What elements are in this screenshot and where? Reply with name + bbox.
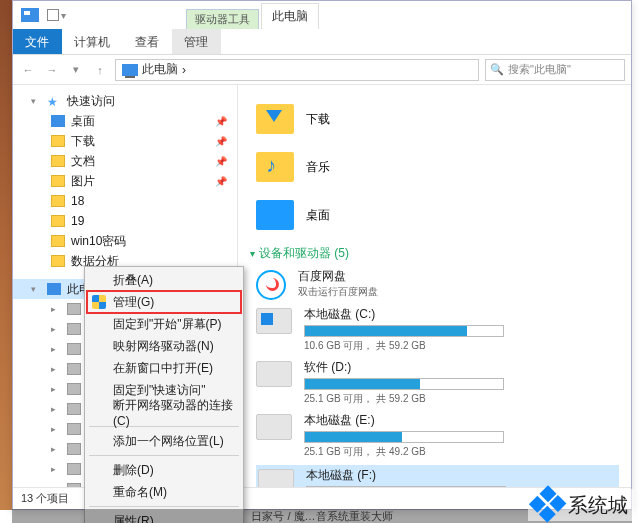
folder-icon: [67, 403, 81, 415]
breadcrumb[interactable]: 此电脑 ›: [115, 59, 479, 81]
watermark-text: 系统城: [568, 492, 628, 519]
nav-item[interactable]: 桌面📌: [13, 111, 237, 131]
pc-icon: [47, 283, 61, 295]
folder-icon: [51, 195, 65, 207]
folder-label: 下载: [306, 111, 330, 128]
menu-item[interactable]: 折叠(A): [87, 269, 241, 291]
breadcrumb-sep: ›: [182, 63, 186, 77]
nav-quick-access[interactable]: ▾ ★ 快速访问: [13, 91, 237, 111]
menu-label: 管理(G): [113, 294, 154, 311]
status-count: 13 个项目: [21, 491, 69, 506]
chevron-right-icon[interactable]: ▸: [51, 444, 61, 454]
chevron-right-icon[interactable]: ▸: [51, 384, 61, 394]
drive-name: 本地磁盘 (E:): [304, 412, 619, 429]
blue-icon: [51, 115, 65, 127]
shield-icon: [92, 295, 106, 309]
address-bar: ← → ▾ ↑ 此电脑 › 🔍 搜索"此电脑": [13, 55, 631, 85]
folder-icon: [256, 152, 294, 182]
menu-item[interactable]: 删除(D): [87, 459, 241, 481]
menu-item[interactable]: 添加一个网络位置(L): [87, 430, 241, 452]
menu-item[interactable]: 映射网络驱动器(N): [87, 335, 241, 357]
app-icon: [21, 8, 39, 22]
breadcrumb-label: 此电脑: [142, 61, 178, 78]
ribbon-tab-view[interactable]: 查看: [123, 29, 172, 54]
watermark-logo-icon: [528, 485, 568, 523]
up-button[interactable]: ↑: [91, 61, 109, 79]
section-devices-drives[interactable]: ▾ 设备和驱动器 (5): [250, 245, 623, 262]
qat-button[interactable]: [47, 9, 59, 21]
nav-label: 19: [71, 214, 84, 228]
menu-item[interactable]: 重命名(M): [87, 481, 241, 503]
nav-label: win10密码: [71, 233, 126, 250]
nav-item[interactable]: win10密码: [13, 231, 237, 251]
menu-label: 添加一个网络位置(L): [113, 433, 224, 450]
nav-item[interactable]: 18: [13, 191, 237, 211]
folder-item[interactable]: 桌面: [256, 191, 623, 239]
drive-item[interactable]: 本地磁盘 (E:) 25.1 GB 可用， 共 49.2 GB: [256, 412, 619, 459]
chevron-right-icon[interactable]: ▸: [51, 424, 61, 434]
baidu-icon: [256, 270, 286, 300]
nav-label: 下载: [71, 133, 95, 150]
chevron-right-icon[interactable]: ▸: [51, 464, 61, 474]
folder-icon: [256, 200, 294, 230]
nav-item[interactable]: 图片📌: [13, 171, 237, 191]
menu-item[interactable]: 固定到"开始"屏幕(P): [87, 313, 241, 335]
drive-name: 本地磁盘 (C:): [304, 306, 619, 323]
folder-icon: [67, 303, 81, 315]
ribbon-file[interactable]: 文件: [13, 29, 62, 54]
contextual-tab-drive-tools[interactable]: 驱动器工具: [186, 9, 259, 29]
qat-dropdown-icon[interactable]: ▾: [61, 10, 66, 21]
menu-item[interactable]: 管理(G): [87, 291, 241, 313]
menu-item[interactable]: 在新窗口中打开(E): [87, 357, 241, 379]
chevron-right-icon[interactable]: ▸: [51, 364, 61, 374]
chevron-right-icon[interactable]: ▸: [51, 404, 61, 414]
folder-icon: [51, 135, 65, 147]
drive-baidu[interactable]: 百度网盘 双击运行百度网盘: [256, 268, 619, 300]
recent-dropdown-icon[interactable]: ▾: [67, 61, 85, 79]
folder-label: 桌面: [306, 207, 330, 224]
drive-usage-bar: [304, 431, 504, 443]
drive-name: 百度网盘: [298, 268, 619, 285]
folder-icon: [51, 215, 65, 227]
folder-icon: [67, 343, 81, 355]
folder-icon: [67, 323, 81, 335]
chevron-right-icon[interactable]: ▸: [51, 304, 61, 314]
chevron-down-icon[interactable]: ▾: [31, 284, 41, 294]
drive-icon: [256, 414, 292, 440]
ribbon-tab-computer[interactable]: 计算机: [62, 29, 123, 54]
star-icon: ★: [47, 95, 61, 107]
folder-icon: [67, 363, 81, 375]
nav-item[interactable]: 下载📌: [13, 131, 237, 151]
drive-item[interactable]: 本地磁盘 (F:) 9.68 GB 可用， 共 61.7 GB: [256, 465, 619, 487]
chevron-right-icon[interactable]: ▸: [51, 324, 61, 334]
folder-item[interactable]: 音乐: [256, 143, 623, 191]
drive-free-text: 25.1 GB 可用， 共 59.2 GB: [304, 392, 619, 406]
folder-icon: [67, 463, 81, 475]
nav-item[interactable]: 文档📌: [13, 151, 237, 171]
forward-button[interactable]: →: [43, 61, 61, 79]
chevron-down-icon[interactable]: ▾: [31, 96, 41, 106]
menu-separator: [89, 455, 239, 456]
drive-item[interactable]: 本地磁盘 (C:) 10.6 GB 可用， 共 59.2 GB: [256, 306, 619, 353]
drive-item[interactable]: 软件 (D:) 25.1 GB 可用， 共 59.2 GB: [256, 359, 619, 406]
titlebar: ▾ 驱动器工具 此电脑: [13, 1, 631, 29]
menu-item[interactable]: 断开网络驱动器的连接(C): [87, 401, 241, 423]
chevron-right-icon[interactable]: ▸: [51, 344, 61, 354]
menu-label: 在新窗口中打开(E): [113, 360, 213, 377]
search-icon: 🔍: [490, 63, 504, 76]
chevron-right-icon[interactable]: ▸: [51, 484, 61, 487]
search-input[interactable]: 🔍 搜索"此电脑": [485, 59, 625, 81]
back-button[interactable]: ←: [19, 61, 37, 79]
drive-name: 本地磁盘 (F:): [306, 467, 617, 484]
ribbon-tab-manage[interactable]: 管理: [172, 29, 221, 54]
nav-label: 快速访问: [67, 93, 115, 110]
pin-icon: 📌: [215, 176, 227, 187]
folder-item[interactable]: 下载: [256, 95, 623, 143]
menu-label: 固定到"开始"屏幕(P): [113, 316, 222, 333]
folder-label: 音乐: [306, 159, 330, 176]
chevron-down-icon: ▾: [250, 248, 255, 259]
nav-item[interactable]: 19: [13, 211, 237, 231]
pc-icon: [122, 64, 138, 76]
menu-label: 删除(D): [113, 462, 154, 479]
menu-label: 折叠(A): [113, 272, 153, 289]
